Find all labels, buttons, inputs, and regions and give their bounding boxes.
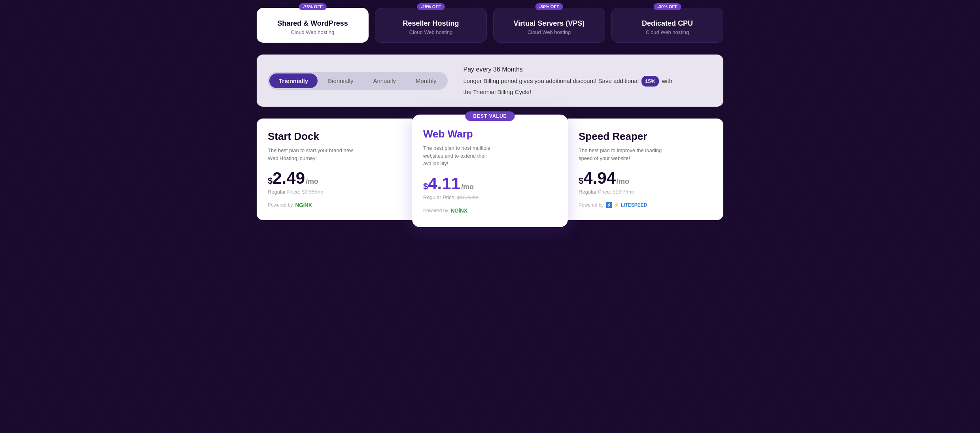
tab-monthly[interactable]: Monthly <box>406 73 446 88</box>
nginx-logo-web-warp: NGiNX <box>450 207 467 214</box>
billing-tabs: Triennially Biennially Annually Monthly <box>268 72 448 90</box>
plan-name-speed-reaper: Speed Reaper <box>579 130 712 143</box>
billing-discount-text: Longer Billing period gives you addition… <box>464 75 673 87</box>
price-row-start-dock: $ 2.49 /mo <box>268 170 401 186</box>
nav-title-dedicated: Dedicated CPU <box>620 19 715 28</box>
nav-subtitle-vps: Cloud Web hosting <box>501 29 597 35</box>
powered-by-label-start-dock: Powered by <box>268 202 293 208</box>
plan-desc-speed-reaper: The best plan to improve the loading spe… <box>579 147 666 162</box>
billing-info-pre: Longer Billing period gives you addition… <box>464 77 639 84</box>
price-row-speed-reaper: $ 4.94 /mo <box>579 170 712 186</box>
nav-item-dedicated[interactable]: -30% OFF Dedicated CPU Cloud Web hosting <box>611 8 723 43</box>
price-mo-speed-reaper: /mo <box>617 177 629 186</box>
price-row-web-warp: $ 4.11 /mo <box>423 175 557 192</box>
litespeed-icon <box>606 202 612 208</box>
tab-annually[interactable]: Annually <box>363 73 405 88</box>
powered-by-speed-reaper: Powered by ⚡ LITESPEED <box>579 202 712 208</box>
price-mo-web-warp: /mo <box>461 183 474 191</box>
nav-title-reseller: Reseller Hosting <box>383 19 479 28</box>
price-amount-start-dock: 2.49 <box>272 170 305 186</box>
nav-subtitle-dedicated: Cloud Web hosting <box>620 29 715 35</box>
plan-card-speed-reaper: Speed Reaper The best plan to improve th… <box>568 119 723 220</box>
price-mo-start-dock: /mo <box>306 177 318 186</box>
discount-badge-dedicated: -30% OFF <box>653 3 681 10</box>
pricing-wrapper: BEST VALUE Start Dock The best plan to s… <box>257 119 723 227</box>
powered-by-web-warp: Powered by NGiNX <box>423 207 557 214</box>
nav-item-vps[interactable]: -30% OFF Virtual Servers (VPS) Cloud Web… <box>493 8 605 43</box>
nav-title-shared: Shared & WordPress <box>265 19 360 28</box>
regular-price-web-warp: Regular Price: $16.4/mo <box>423 194 557 200</box>
regular-price-speed-reaper: Regular Price: $19.7/mo <box>579 189 712 195</box>
price-dollar-start-dock: $ <box>268 176 272 186</box>
plan-card-web-warp: Web Warp The best plan to host multiple … <box>412 115 568 227</box>
pricing-cards: Start Dock The best plan to start your b… <box>257 119 723 227</box>
price-amount-speed-reaper: 4.94 <box>583 170 616 186</box>
nav-item-shared-wordpress[interactable]: -75% OFF Shared & WordPress Cloud Web ho… <box>257 8 369 43</box>
nav-subtitle-shared: Cloud Web hosting <box>265 29 360 35</box>
powered-by-label-speed-reaper: Powered by <box>579 202 604 208</box>
billing-info-post: with <box>662 77 673 84</box>
price-amount-web-warp: 4.11 <box>428 175 460 192</box>
billing-cycle-text: the Triennial Billing Cycle! <box>464 87 673 97</box>
discount-badge-shared: -75% OFF <box>299 3 327 10</box>
regular-price-start-dock: Regular Price: $9.95/mo <box>268 189 401 195</box>
billing-pay-label: Pay every 36 Months <box>464 64 673 75</box>
price-dollar-speed-reaper: $ <box>579 176 583 186</box>
price-dollar-web-warp: $ <box>423 181 428 192</box>
nav-item-reseller[interactable]: -25% OFF Reseller Hosting Cloud Web host… <box>375 8 487 43</box>
hosting-nav: -75% OFF Shared & WordPress Cloud Web ho… <box>257 8 723 43</box>
plan-desc-start-dock: The best plan to start your brand new We… <box>268 147 355 162</box>
powered-by-start-dock: Powered by NGiNX <box>268 202 401 208</box>
plan-card-start-dock: Start Dock The best plan to start your b… <box>257 119 412 220</box>
billing-discount-badge: 15% <box>641 76 659 87</box>
billing-info: Pay every 36 Months Longer Billing perio… <box>464 64 673 97</box>
tab-biennially[interactable]: Biennially <box>318 73 363 88</box>
nav-subtitle-reseller: Cloud Web hosting <box>383 29 479 35</box>
nav-title-vps: Virtual Servers (VPS) <box>501 19 597 28</box>
plan-desc-web-warp: The best plan to host multiple websites … <box>423 144 510 168</box>
billing-section: Triennially Biennially Annually Monthly … <box>257 55 723 107</box>
plan-name-web-warp: Web Warp <box>423 128 557 140</box>
tab-triennially[interactable]: Triennially <box>269 73 318 88</box>
discount-badge-reseller: -25% OFF <box>417 3 445 10</box>
best-value-badge: BEST VALUE <box>465 111 515 121</box>
discount-badge-vps: -30% OFF <box>535 3 563 10</box>
litespeed-logo: ⚡ LITESPEED <box>606 202 647 208</box>
nginx-logo: NGiNX <box>295 202 312 208</box>
plan-name-start-dock: Start Dock <box>268 130 401 143</box>
powered-by-label-web-warp: Powered by <box>423 208 448 213</box>
